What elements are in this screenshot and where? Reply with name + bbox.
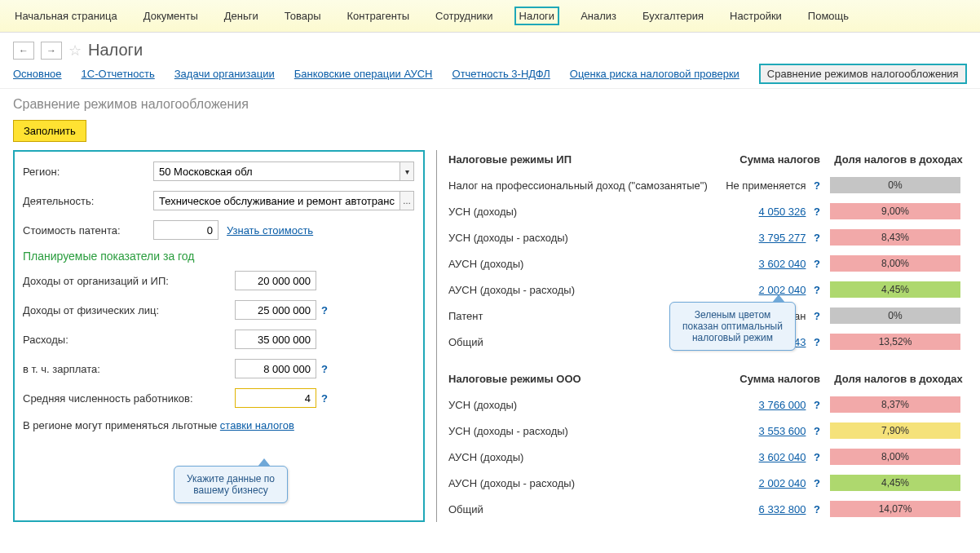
staff-label: Средняя численность работников: <box>23 392 235 405</box>
results-panel: Налоговые режимы ИП Сумма налогов Доля н… <box>448 150 967 522</box>
nav-back-button[interactable]: ← <box>13 42 34 60</box>
tax-regime-name: АУСН (доходы - расходы) <box>448 284 724 296</box>
help-icon[interactable]: ? <box>321 304 328 316</box>
tax-row: АУСН (доходы)3 602 040 ?8,00% <box>448 250 967 276</box>
help-icon[interactable]: ? <box>814 451 820 463</box>
help-icon[interactable]: ? <box>814 284 820 296</box>
help-icon[interactable]: ? <box>814 310 820 322</box>
salary-input[interactable] <box>235 359 316 378</box>
help-icon[interactable]: ? <box>814 425 820 437</box>
tax-regime-name: АУСН (доходы) <box>448 258 724 270</box>
tax-sum-link[interactable]: 3 602 040 <box>740 451 806 463</box>
topmenu-item[interactable]: Налоги <box>514 7 560 25</box>
topmenu-item[interactable]: Бухгалтерия <box>638 7 709 25</box>
income-ind-input[interactable] <box>235 300 316 320</box>
region-input[interactable] <box>153 161 400 181</box>
topmenu-item[interactable]: Товары <box>280 7 326 25</box>
tax-row: УСН (доходы - расходы)3 795 277 ?8,43% <box>448 224 967 250</box>
tax-share-bar: 7,90% <box>830 422 960 439</box>
topmenu-item[interactable]: Контрагенты <box>342 7 415 25</box>
tax-share-bar: 8,00% <box>830 255 960 272</box>
help-icon[interactable]: ? <box>814 503 820 515</box>
tax-sum-link[interactable]: 6 332 800 <box>740 503 806 515</box>
topmenu-item[interactable]: Настройки <box>725 7 787 25</box>
subtab[interactable]: Оценка риска налоговой проверки <box>570 68 739 80</box>
nav-forward-button[interactable]: → <box>41 42 62 60</box>
tax-sum-link[interactable]: 3 766 000 <box>740 399 806 411</box>
help-icon[interactable]: ? <box>814 399 820 411</box>
star-icon[interactable]: ☆ <box>68 42 82 60</box>
activity-input[interactable] <box>153 191 400 210</box>
topmenu-item[interactable]: Начальная страница <box>10 7 122 25</box>
tax-header-ooo: Налоговые режимы ООО Сумма налогов Доля … <box>448 369 967 392</box>
tax-row: УСН (доходы - расходы)3 553 600 ?7,90% <box>448 418 967 444</box>
tax-sum-link[interactable]: 3 795 277 <box>740 232 806 244</box>
topmenu-item[interactable]: Сотрудники <box>430 7 497 25</box>
input-panel: Регион: ▾ Деятельность: … Стоимость пате… <box>13 150 425 522</box>
region-label: Регион: <box>23 166 153 178</box>
patent-cost-input[interactable] <box>153 220 219 240</box>
help-icon[interactable]: ? <box>814 232 820 244</box>
expenses-label: Расходы: <box>23 334 235 346</box>
tax-share-bar: 14,07% <box>830 501 960 517</box>
salary-label: в т. ч. зарплата: <box>23 363 235 375</box>
subtab[interactable]: Сравнение режимов налогообложения <box>759 64 967 84</box>
tax-share-bar: 9,00% <box>830 203 960 219</box>
tax-row: АУСН (доходы - расходы)2 002 040 ?4,45% <box>448 276 967 303</box>
tax-share-bar: 4,45% <box>830 281 960 298</box>
subtab[interactable]: 1С-Отчетность <box>82 68 155 80</box>
callout-business-data: Укажите данные по вашему бизнесу <box>174 466 288 503</box>
income-org-label: Доходы от организаций и ИП: <box>23 275 235 287</box>
tax-share-bar: 8,37% <box>830 396 960 413</box>
topmenu-item[interactable]: Помощь <box>803 7 854 25</box>
patent-cost-label: Стоимость патента: <box>23 224 153 237</box>
staff-input[interactable] <box>235 388 316 408</box>
tax-regime-name: УСН (доходы - расходы) <box>448 425 724 437</box>
topmenu-item[interactable]: Документы <box>139 7 203 25</box>
subtab[interactable]: Банковские операции АУСН <box>294 68 433 80</box>
topmenu-item[interactable]: Анализ <box>576 7 621 25</box>
tax-row: УСН (доходы)3 766 000 ?8,37% <box>448 392 967 418</box>
top-menu: Начальная страницаДокументыДеньгиТоварыК… <box>0 0 980 33</box>
subtab[interactable]: Отчетность 3-НДФЛ <box>452 68 550 80</box>
tax-sum-link[interactable]: 3 602 040 <box>740 258 806 270</box>
tax-regime-name: УСН (доходы) <box>448 206 724 218</box>
topmenu-item[interactable]: Деньги <box>219 7 263 25</box>
income-org-input[interactable] <box>235 271 316 290</box>
tax-row: Общий6 332 800 ?14,07% <box>448 496 967 522</box>
help-icon[interactable]: ? <box>814 258 820 270</box>
tax-rates-link[interactable]: ставки налогов <box>220 419 294 431</box>
help-icon[interactable]: ? <box>321 392 328 405</box>
income-ind-label: Доходы от физических лиц: <box>23 304 235 316</box>
activity-picker-button[interactable]: … <box>400 191 414 210</box>
patent-cost-link[interactable]: Узнать стоимость <box>227 224 313 237</box>
expenses-input[interactable] <box>235 330 316 349</box>
subtab[interactable]: Основное <box>13 68 62 80</box>
tax-sum-na: Не применяется <box>726 179 806 192</box>
tax-regime-name: АУСН (доходы) <box>448 451 724 463</box>
help-icon[interactable]: ? <box>321 363 328 375</box>
tax-sum-link[interactable]: 3 553 600 <box>740 425 806 437</box>
help-icon[interactable]: ? <box>814 206 820 218</box>
tax-row: Налог на профессиональный доход ("самоза… <box>448 172 967 198</box>
tax-regime-name: АУСН (доходы - расходы) <box>448 477 724 489</box>
tax-row: АУСН (доходы - расходы)2 002 040 ?4,45% <box>448 470 967 496</box>
tax-share-bar: 4,45% <box>830 475 960 491</box>
tax-regime-name: УСН (доходы) <box>448 399 724 411</box>
help-icon[interactable]: ? <box>814 477 820 489</box>
hint-note: В регионе могут применяться льготные ста… <box>23 419 415 431</box>
view-title: Сравнение режимов налогообложения <box>0 89 980 115</box>
subtab[interactable]: Задачи организации <box>174 68 275 80</box>
help-icon[interactable]: ? <box>814 179 820 192</box>
tax-sum-link[interactable]: 4 050 326 <box>740 206 806 218</box>
callout-optimal-regime: Зеленым цветом показан оптимальный налог… <box>669 302 796 351</box>
tax-row: УСН (доходы)4 050 326 ?9,00% <box>448 198 967 224</box>
tax-share-bar: 13,52% <box>830 334 960 350</box>
tax-regime-name: Общий <box>448 503 724 515</box>
fill-button[interactable]: Заполнить <box>13 120 86 142</box>
region-dropdown-button[interactable]: ▾ <box>400 161 414 181</box>
subtabs: Основное1С-ОтчетностьЗадачи организацииБ… <box>0 63 980 89</box>
tax-sum-link[interactable]: 2 002 040 <box>740 477 806 489</box>
tax-regime-name: Налог на профессиональный доход ("самоза… <box>448 179 724 192</box>
help-icon[interactable]: ? <box>814 336 820 348</box>
